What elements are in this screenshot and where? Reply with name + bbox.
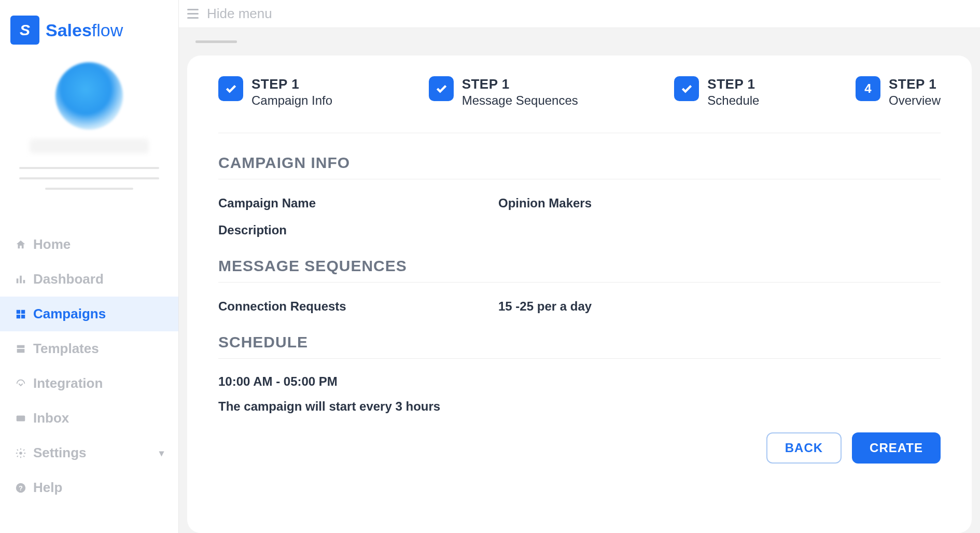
- sidebar-item-label: Inbox: [33, 410, 69, 426]
- step-title: STEP 1: [462, 76, 578, 92]
- sidebar-item-settings[interactable]: Settings ▾: [0, 436, 178, 470]
- create-button[interactable]: CREATE: [852, 432, 941, 464]
- home-icon: [15, 239, 27, 251]
- sidebar-item-integration[interactable]: Integration: [0, 366, 178, 401]
- check-icon: [429, 76, 454, 101]
- topbar: Hide menu: [179, 0, 980, 28]
- step-text: STEP 1 Schedule: [707, 76, 759, 108]
- profile-line: [19, 167, 159, 169]
- main: Hide menu STEP 1 Campaign Info STEP 1: [179, 0, 980, 533]
- profile-block: [0, 57, 178, 208]
- brand-name-bold: Sales: [46, 20, 92, 40]
- step-title: STEP 1: [251, 76, 332, 92]
- row-value: Opinion Makers: [498, 196, 941, 211]
- svg-rect-7: [17, 345, 25, 348]
- inbox-icon: [15, 412, 27, 425]
- svg-rect-1: [20, 275, 22, 283]
- svg-rect-5: [17, 314, 20, 318]
- sidebar-item-inbox[interactable]: Inbox: [0, 401, 178, 436]
- svg-rect-8: [17, 349, 25, 353]
- step-title: STEP 1: [707, 76, 759, 92]
- row-label: Campaign Name: [218, 196, 498, 211]
- step-subtitle: Campaign Info: [251, 93, 332, 108]
- sidebar-nav: Home Dashboard Campaigns Templates Integ…: [0, 227, 178, 505]
- sidebar-item-help[interactable]: ? Help: [0, 470, 178, 505]
- step-message-sequences[interactable]: STEP 1 Message Sequences: [429, 76, 578, 108]
- hide-menu-label[interactable]: Hide menu: [207, 6, 272, 22]
- check-icon: [218, 76, 243, 101]
- svg-rect-6: [21, 314, 25, 318]
- info-row: Connection Requests 15 -25 per a day: [218, 293, 941, 320]
- sidebar-item-label: Home: [33, 236, 71, 253]
- schedule-line: The campaign will start every 3 hours: [218, 394, 941, 419]
- chart-icon: [15, 273, 27, 286]
- step-text: STEP 1 Campaign Info: [251, 76, 332, 108]
- profile-name-placeholder: [30, 139, 149, 153]
- templates-icon: [15, 343, 27, 355]
- sidebar-item-label: Dashboard: [33, 271, 104, 287]
- section-schedule: SCHEDULE 10:00 AM - 05:00 PM The campaig…: [218, 333, 941, 419]
- section-heading: MESSAGE SEQUENCES: [218, 257, 941, 283]
- svg-rect-9: [17, 415, 25, 421]
- sidebar-item-dashboard[interactable]: Dashboard: [0, 262, 178, 297]
- section-campaign-info: CAMPAIGN INFO Campaign Name Opinion Make…: [218, 154, 941, 244]
- sidebar-item-templates[interactable]: Templates: [0, 331, 178, 366]
- gear-icon: [15, 447, 27, 459]
- step-campaign-info[interactable]: STEP 1 Campaign Info: [218, 76, 332, 108]
- content-card: STEP 1 Campaign Info STEP 1 Message Sequ…: [187, 55, 972, 533]
- info-row: Campaign Name Opinion Makers: [218, 190, 941, 217]
- grid-icon: [15, 308, 27, 320]
- step-number-box: 4: [856, 76, 880, 101]
- sidebar-item-label: Campaigns: [33, 306, 106, 322]
- sidebar-item-campaigns[interactable]: Campaigns: [0, 297, 178, 331]
- profile-line: [45, 188, 133, 190]
- menu-icon[interactable]: [187, 9, 199, 19]
- avatar: [55, 62, 123, 130]
- integration-icon: [15, 377, 27, 390]
- svg-point-10: [19, 452, 22, 455]
- row-value: 15 -25 per a day: [498, 299, 941, 314]
- sidebar-item-label: Integration: [33, 375, 103, 391]
- accent-bar: [195, 40, 237, 43]
- actions: BACK CREATE: [218, 432, 941, 464]
- svg-rect-3: [17, 310, 20, 313]
- help-icon: ?: [15, 482, 27, 494]
- step-schedule[interactable]: STEP 1 Schedule: [674, 76, 759, 108]
- svg-rect-0: [17, 278, 19, 283]
- check-icon: [674, 76, 699, 101]
- brand: S Salesflow: [0, 10, 178, 57]
- chevron-down-icon: ▾: [159, 447, 164, 459]
- brand-logo-icon: S: [10, 16, 39, 45]
- step-text: STEP 1 Overview: [889, 76, 941, 108]
- profile-line: [19, 177, 159, 179]
- step-subtitle: Message Sequences: [462, 93, 578, 108]
- brand-name: Salesflow: [46, 20, 123, 40]
- schedule-line: 10:00 AM - 05:00 PM: [218, 369, 941, 394]
- section-heading: SCHEDULE: [218, 333, 941, 359]
- row-value: [498, 223, 941, 237]
- sidebar-item-label: Settings: [33, 445, 87, 461]
- sidebar-item-label: Help: [33, 480, 62, 496]
- sidebar: S Salesflow Home Dashboard Campai: [0, 0, 179, 533]
- step-subtitle: Schedule: [707, 93, 759, 108]
- row-label: Description: [218, 223, 498, 237]
- svg-rect-2: [23, 279, 25, 283]
- stepper: STEP 1 Campaign Info STEP 1 Message Sequ…: [218, 76, 941, 133]
- step-title: STEP 1: [889, 76, 941, 92]
- step-text: STEP 1 Message Sequences: [462, 76, 578, 108]
- sidebar-item-label: Templates: [33, 341, 99, 357]
- step-subtitle: Overview: [889, 93, 941, 108]
- svg-text:?: ?: [19, 484, 23, 492]
- section-message-sequences: MESSAGE SEQUENCES Connection Requests 15…: [218, 257, 941, 320]
- sidebar-item-home[interactable]: Home: [0, 227, 178, 262]
- section-heading: CAMPAIGN INFO: [218, 154, 941, 179]
- brand-name-rest: flow: [92, 20, 123, 40]
- back-button[interactable]: BACK: [766, 432, 842, 464]
- svg-rect-4: [21, 310, 25, 313]
- row-label: Connection Requests: [218, 299, 498, 314]
- step-overview[interactable]: 4 STEP 1 Overview: [856, 76, 941, 108]
- info-row: Description: [218, 217, 941, 244]
